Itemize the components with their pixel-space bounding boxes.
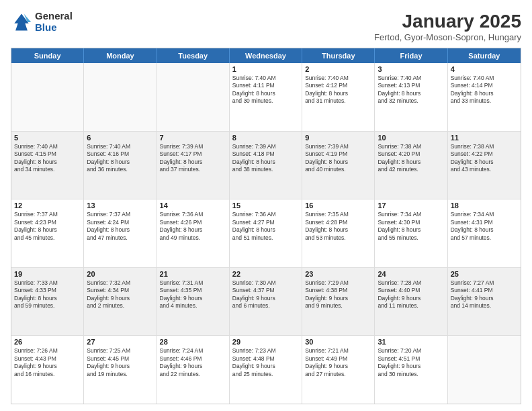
day-number: 19 xyxy=(14,270,81,278)
calendar-cell: 24Sunrise: 7:28 AM Sunset: 4:40 PM Dayli… xyxy=(375,268,447,336)
day-number: 1 xyxy=(232,65,299,73)
calendar-cell: 10Sunrise: 7:38 AM Sunset: 4:20 PM Dayli… xyxy=(375,132,447,199)
cell-info: Sunrise: 7:40 AM Sunset: 4:14 PM Dayligh… xyxy=(451,75,518,105)
calendar-week-5: 26Sunrise: 7:26 AM Sunset: 4:43 PM Dayli… xyxy=(11,336,521,404)
day-header-sunday: Sunday xyxy=(11,48,84,63)
calendar-cell xyxy=(84,63,157,131)
calendar-cell: 18Sunrise: 7:34 AM Sunset: 4:31 PM Dayli… xyxy=(448,199,521,267)
day-number: 3 xyxy=(378,65,444,73)
logo-general-text: General xyxy=(35,11,73,22)
calendar-cell: 19Sunrise: 7:33 AM Sunset: 4:33 PM Dayli… xyxy=(11,268,84,336)
calendar-cell: 2Sunrise: 7:40 AM Sunset: 4:12 PM Daylig… xyxy=(302,63,375,131)
calendar-header: SundayMondayTuesdayWednesdayThursdayFrid… xyxy=(11,48,521,63)
day-header-wednesday: Wednesday xyxy=(230,48,302,63)
day-number: 30 xyxy=(305,338,371,346)
cell-info: Sunrise: 7:33 AM Sunset: 4:33 PM Dayligh… xyxy=(14,279,81,310)
title-block: January 2025 Fertod, Gyor-Moson-Sopron, … xyxy=(374,11,521,42)
day-number: 17 xyxy=(378,201,444,210)
logo-blue-text: Blue xyxy=(35,22,73,34)
calendar: SundayMondayTuesdayWednesdayThursdayFrid… xyxy=(11,48,521,404)
cell-info: Sunrise: 7:23 AM Sunset: 4:48 PM Dayligh… xyxy=(232,347,299,378)
day-header-monday: Monday xyxy=(84,48,157,63)
day-number: 15 xyxy=(232,201,299,210)
day-number: 6 xyxy=(87,134,153,142)
day-number: 10 xyxy=(378,134,444,142)
cell-info: Sunrise: 7:38 AM Sunset: 4:22 PM Dayligh… xyxy=(451,143,518,174)
day-number: 23 xyxy=(305,270,371,278)
calendar-cell: 28Sunrise: 7:24 AM Sunset: 4:46 PM Dayli… xyxy=(157,336,230,404)
cell-info: Sunrise: 7:40 AM Sunset: 4:11 PM Dayligh… xyxy=(232,75,299,105)
calendar-cell: 23Sunrise: 7:29 AM Sunset: 4:38 PM Dayli… xyxy=(302,268,375,336)
calendar-cell: 26Sunrise: 7:26 AM Sunset: 4:43 PM Dayli… xyxy=(11,336,84,404)
day-header-saturday: Saturday xyxy=(448,48,521,63)
calendar-cell: 4Sunrise: 7:40 AM Sunset: 4:14 PM Daylig… xyxy=(448,63,521,131)
cell-info: Sunrise: 7:39 AM Sunset: 4:17 PM Dayligh… xyxy=(160,143,226,174)
day-number: 14 xyxy=(160,201,226,210)
calendar-cell: 8Sunrise: 7:39 AM Sunset: 4:18 PM Daylig… xyxy=(230,132,302,199)
calendar-cell: 5Sunrise: 7:40 AM Sunset: 4:15 PM Daylig… xyxy=(11,132,84,199)
day-number: 13 xyxy=(87,201,153,210)
calendar-cell: 7Sunrise: 7:39 AM Sunset: 4:17 PM Daylig… xyxy=(157,132,230,199)
cell-info: Sunrise: 7:32 AM Sunset: 4:34 PM Dayligh… xyxy=(87,279,153,310)
day-number: 27 xyxy=(87,338,153,346)
calendar-cell xyxy=(11,63,84,131)
cell-info: Sunrise: 7:40 AM Sunset: 4:15 PM Dayligh… xyxy=(14,143,81,174)
header: General Blue January 2025 Fertod, Gyor-M… xyxy=(11,11,521,42)
cell-info: Sunrise: 7:40 AM Sunset: 4:16 PM Dayligh… xyxy=(87,143,153,174)
month-year-title: January 2025 xyxy=(374,11,521,32)
calendar-body: 1Sunrise: 7:40 AM Sunset: 4:11 PM Daylig… xyxy=(11,63,521,404)
cell-info: Sunrise: 7:39 AM Sunset: 4:18 PM Dayligh… xyxy=(232,143,299,174)
day-number: 21 xyxy=(160,270,226,278)
cell-info: Sunrise: 7:34 AM Sunset: 4:31 PM Dayligh… xyxy=(451,211,518,242)
day-number: 7 xyxy=(160,134,226,142)
calendar-week-4: 19Sunrise: 7:33 AM Sunset: 4:33 PM Dayli… xyxy=(11,268,521,336)
calendar-week-2: 5Sunrise: 7:40 AM Sunset: 4:15 PM Daylig… xyxy=(11,132,521,200)
location-subtitle: Fertod, Gyor-Moson-Sopron, Hungary xyxy=(374,32,521,42)
day-number: 28 xyxy=(160,338,226,346)
day-number: 25 xyxy=(451,270,518,278)
logo: General Blue xyxy=(11,11,73,33)
day-number: 4 xyxy=(451,65,518,73)
calendar-cell: 27Sunrise: 7:25 AM Sunset: 4:45 PM Dayli… xyxy=(84,336,157,404)
day-number: 5 xyxy=(14,134,81,142)
page: General Blue January 2025 Fertod, Gyor-M… xyxy=(0,0,532,411)
day-number: 29 xyxy=(232,338,299,346)
cell-info: Sunrise: 7:30 AM Sunset: 4:37 PM Dayligh… xyxy=(232,279,299,310)
day-number: 26 xyxy=(14,338,81,346)
cell-info: Sunrise: 7:34 AM Sunset: 4:30 PM Dayligh… xyxy=(378,211,444,242)
day-number: 20 xyxy=(87,270,153,278)
calendar-cell: 30Sunrise: 7:21 AM Sunset: 4:49 PM Dayli… xyxy=(302,336,375,404)
cell-info: Sunrise: 7:29 AM Sunset: 4:38 PM Dayligh… xyxy=(305,279,371,310)
cell-info: Sunrise: 7:27 AM Sunset: 4:41 PM Dayligh… xyxy=(451,279,518,310)
cell-info: Sunrise: 7:36 AM Sunset: 4:27 PM Dayligh… xyxy=(232,211,299,242)
day-number: 24 xyxy=(378,270,444,278)
calendar-cell: 9Sunrise: 7:39 AM Sunset: 4:19 PM Daylig… xyxy=(302,132,375,199)
calendar-cell: 14Sunrise: 7:36 AM Sunset: 4:26 PM Dayli… xyxy=(157,199,230,267)
day-header-tuesday: Tuesday xyxy=(157,48,230,63)
cell-info: Sunrise: 7:39 AM Sunset: 4:19 PM Dayligh… xyxy=(305,143,371,174)
cell-info: Sunrise: 7:25 AM Sunset: 4:45 PM Dayligh… xyxy=(87,347,153,378)
day-number: 12 xyxy=(14,201,81,210)
cell-info: Sunrise: 7:26 AM Sunset: 4:43 PM Dayligh… xyxy=(14,347,81,378)
day-number: 16 xyxy=(305,201,371,210)
svg-marker-0 xyxy=(14,13,28,30)
cell-info: Sunrise: 7:37 AM Sunset: 4:24 PM Dayligh… xyxy=(87,211,153,242)
calendar-week-3: 12Sunrise: 7:37 AM Sunset: 4:23 PM Dayli… xyxy=(11,199,521,268)
cell-info: Sunrise: 7:37 AM Sunset: 4:23 PM Dayligh… xyxy=(14,211,81,242)
calendar-cell: 22Sunrise: 7:30 AM Sunset: 4:37 PM Dayli… xyxy=(230,268,302,336)
logo-text: General Blue xyxy=(35,11,73,33)
calendar-cell: 3Sunrise: 7:40 AM Sunset: 4:13 PM Daylig… xyxy=(375,63,447,131)
calendar-cell: 15Sunrise: 7:36 AM Sunset: 4:27 PM Dayli… xyxy=(230,199,302,267)
cell-info: Sunrise: 7:38 AM Sunset: 4:20 PM Dayligh… xyxy=(378,143,444,174)
day-number: 11 xyxy=(451,134,518,142)
day-header-friday: Friday xyxy=(375,48,447,63)
calendar-cell: 29Sunrise: 7:23 AM Sunset: 4:48 PM Dayli… xyxy=(230,336,302,404)
calendar-cell: 17Sunrise: 7:34 AM Sunset: 4:30 PM Dayli… xyxy=(375,199,447,267)
day-number: 9 xyxy=(305,134,371,142)
calendar-cell: 11Sunrise: 7:38 AM Sunset: 4:22 PM Dayli… xyxy=(448,132,521,199)
cell-info: Sunrise: 7:24 AM Sunset: 4:46 PM Dayligh… xyxy=(160,347,226,378)
cell-info: Sunrise: 7:40 AM Sunset: 4:12 PM Dayligh… xyxy=(305,75,371,105)
calendar-cell: 13Sunrise: 7:37 AM Sunset: 4:24 PM Dayli… xyxy=(84,199,157,267)
cell-info: Sunrise: 7:31 AM Sunset: 4:35 PM Dayligh… xyxy=(160,279,226,310)
calendar-cell: 16Sunrise: 7:35 AM Sunset: 4:28 PM Dayli… xyxy=(302,199,375,267)
